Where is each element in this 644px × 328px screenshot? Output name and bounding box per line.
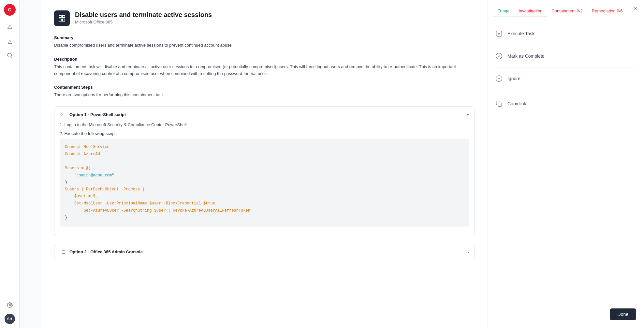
code-block: Connect-MsolService Connect-AzureAd $use…: [60, 139, 469, 227]
done-button[interactable]: Done: [610, 308, 636, 320]
right-panel: × Triage Investigation Containment 0/2 R…: [488, 0, 644, 328]
chevron-right-icon: ›: [467, 249, 469, 255]
tab-triage[interactable]: Triage: [493, 5, 514, 17]
description-label: Description: [54, 57, 475, 62]
tab-remediation[interactable]: Remediation 0/6: [587, 5, 627, 17]
summary-section: Summary Disable compromised users and te…: [54, 35, 475, 49]
play-icon: [494, 29, 504, 38]
search-icon[interactable]: [4, 50, 16, 61]
svg-rect-5: [59, 19, 61, 21]
summary-label: Summary: [54, 35, 475, 40]
mark-complete-label: Mark as Complete: [507, 53, 545, 59]
containment-steps-text: There are two options for performing thi…: [54, 92, 475, 98]
copy-icon: [494, 99, 504, 108]
option1-container: Option 1 - PowerShell script ▾ 1. Log in…: [54, 106, 475, 236]
task-header: Disable users and terminate active sessi…: [54, 10, 475, 26]
tabs: Triage Investigation Containment 0/2 Rem…: [488, 0, 644, 17]
check-icon: [494, 52, 504, 61]
nav-panel: [20, 0, 41, 328]
ignore-action[interactable]: Ignore: [494, 70, 637, 87]
tab-investigation[interactable]: Investigation: [514, 5, 547, 17]
containment-steps-section: Containment Steps There are two options …: [54, 85, 475, 98]
copy-link-label: Copy link: [507, 101, 526, 106]
logo[interactable]: C: [4, 4, 16, 16]
description-text: This containment task will disable and t…: [54, 64, 475, 77]
option1-header[interactable]: Option 1 - PowerShell script ▾: [54, 107, 474, 122]
svg-rect-4: [63, 15, 65, 18]
option2-label: Option 2 - Office 365 Admin Console: [69, 249, 143, 254]
option2-header[interactable]: Option 2 - Office 365 Admin Console ›: [54, 244, 474, 260]
option1-label: Option 1 - PowerShell script: [69, 112, 126, 117]
option1-steps: 1. Log in to the Microsoft Security & Co…: [54, 122, 474, 236]
warning-icon[interactable]: △: [4, 35, 16, 47]
alerts-icon[interactable]: ⚠: [4, 21, 16, 33]
option2-container: Option 2 - Office 365 Admin Console ›: [54, 244, 475, 260]
svg-rect-19: [498, 103, 502, 107]
copy-link-action[interactable]: Copy link: [494, 95, 637, 112]
svg-line-1: [11, 56, 12, 57]
step2-text: 2. Execute the following script: Connect…: [60, 131, 469, 227]
tab-containment[interactable]: Containment 0/2: [547, 5, 587, 17]
chevron-down-icon: ▾: [467, 112, 469, 117]
close-button[interactable]: ×: [631, 4, 640, 13]
execute-task-action[interactable]: Execute Task: [494, 25, 637, 42]
mark-complete-action[interactable]: Mark as Complete: [494, 48, 637, 65]
avatar[interactable]: SH: [5, 314, 15, 324]
containment-steps-label: Containment Steps: [54, 85, 475, 90]
svg-point-2: [9, 305, 10, 306]
settings-icon[interactable]: [4, 299, 16, 311]
actions-panel: Execute Task Mark as Complete Ignore: [488, 17, 644, 328]
divider-2: [494, 67, 637, 67]
description-section: Description This containment task will d…: [54, 57, 475, 77]
divider-1: [494, 45, 637, 45]
summary-text: Disable compromised users and terminate …: [54, 42, 475, 49]
terminal-icon: [60, 111, 66, 118]
svg-point-16: [496, 53, 502, 59]
divider-3: [494, 90, 637, 90]
svg-rect-3: [59, 15, 61, 18]
task-icon-box: [54, 10, 70, 26]
svg-marker-15: [498, 33, 500, 35]
main-content: Disable users and terminate active sessi…: [41, 0, 488, 328]
sidebar: C ⚠ △ SH: [0, 0, 20, 328]
minus-circle-icon: [494, 74, 504, 83]
svg-point-0: [7, 53, 11, 57]
svg-rect-6: [63, 19, 65, 21]
step1-text: 1. Log in to the Microsoft Security & Co…: [60, 122, 469, 127]
task-subtitle: Microsoft Office 365: [75, 20, 212, 24]
execute-task-label: Execute Task: [507, 31, 534, 36]
ignore-label: Ignore: [507, 76, 520, 81]
task-title: Disable users and terminate active sessi…: [75, 10, 212, 19]
list-icon: [60, 249, 66, 255]
